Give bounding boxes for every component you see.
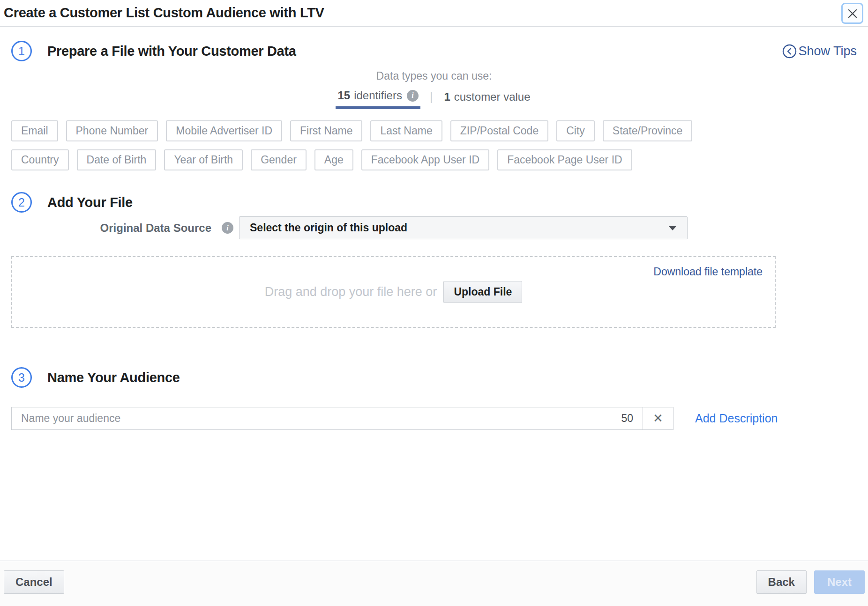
step-2-title: Add Your File [47, 195, 133, 210]
footer-right-buttons: Back Next [756, 570, 865, 594]
step-1-badge: 1 [11, 41, 32, 61]
data-types-section: Data types you can use: 15 identifiers i… [11, 70, 857, 109]
original-data-source-label-wrap: Original Data Source i [11, 222, 239, 235]
data-type-pill: Last Name [370, 120, 442, 141]
identifiers-label: identifiers [354, 89, 402, 102]
close-icon [847, 8, 858, 19]
dialog-body: 1 Prepare a File with Your Customer Data… [0, 41, 868, 430]
data-type-pill: City [556, 120, 595, 141]
show-tips-link[interactable]: Show Tips [782, 44, 857, 59]
show-tips-label: Show Tips [798, 44, 857, 59]
data-source-dropdown-value: Select the origin of this upload [250, 222, 407, 234]
dialog-title: Create a Customer List Custom Audience w… [4, 5, 324, 21]
step-3-header: 3 Name Your Audience [11, 367, 857, 388]
data-type-pill: Gender [251, 149, 307, 170]
upload-file-button[interactable]: Upload File [443, 281, 522, 303]
file-drop-zone[interactable]: Download file template Drag and drop you… [11, 256, 776, 328]
data-type-pill: Phone Number [66, 120, 158, 141]
tab-identifiers[interactable]: 15 identifiers i [336, 89, 420, 109]
original-data-source-row: Original Data Source i Select the origin… [11, 216, 857, 239]
data-type-pills-row-1: EmailPhone NumberMobile Advertiser IDFir… [11, 120, 857, 141]
data-type-pill: Year of Birth [164, 149, 243, 170]
audience-name-input[interactable] [12, 407, 616, 429]
dialog-footer: Cancel Back Next [0, 561, 868, 606]
add-description-link[interactable]: Add Description [695, 412, 778, 425]
data-type-pill: Date of Birth [77, 149, 157, 170]
customer-value-count: 1 [444, 90, 450, 103]
step-2-badge: 2 [11, 192, 32, 213]
info-icon[interactable]: i [407, 90, 419, 102]
cancel-button[interactable]: Cancel [4, 570, 64, 594]
data-source-dropdown[interactable]: Select the origin of this upload [239, 216, 688, 239]
close-button[interactable] [841, 3, 863, 24]
data-type-pill: First Name [290, 120, 362, 141]
customer-value-label: customer value [454, 90, 531, 103]
data-type-pill: Age [314, 149, 353, 170]
original-data-source-label: Original Data Source [100, 222, 211, 235]
step-1-title: Prepare a File with Your Customer Data [47, 44, 296, 59]
audience-name-row: 50 ✕ Add Description [11, 407, 857, 430]
back-button[interactable]: Back [756, 570, 807, 594]
caret-down-icon [668, 226, 677, 230]
info-icon[interactable]: i [222, 222, 233, 234]
data-type-pills-row-2: CountryDate of BirthYear of BirthGenderA… [11, 149, 857, 170]
data-types-heading: Data types you can use: [11, 70, 857, 82]
tab-divider: | [430, 89, 433, 109]
chevron-left-circle-icon [782, 44, 798, 59]
download-template-link[interactable]: Download file template [653, 266, 763, 278]
next-button[interactable]: Next [814, 570, 865, 594]
data-type-pill: ZIP/Postal Code [450, 120, 548, 141]
identifiers-count: 15 [337, 89, 350, 102]
step-3-title: Name Your Audience [47, 370, 180, 385]
data-type-pill: Facebook App User ID [361, 149, 489, 170]
step-3-badge: 3 [11, 367, 32, 388]
tab-customer-value[interactable]: 1 customer value [442, 89, 532, 109]
data-type-pill: Facebook Page User ID [497, 149, 632, 170]
data-type-pill: Email [11, 120, 58, 141]
clear-input-button[interactable]: ✕ [643, 407, 673, 429]
data-type-pill: State/Province [603, 120, 693, 141]
data-types-tabs: 15 identifiers i | 1 customer value [11, 89, 857, 109]
data-type-pill: Mobile Advertiser ID [166, 120, 282, 141]
data-type-pill: Country [11, 149, 69, 170]
char-counter: 50 [621, 412, 633, 425]
step-2-header: 2 Add Your File [11, 192, 857, 213]
dialog-header: Create a Customer List Custom Audience w… [0, 0, 868, 27]
step-1-header: 1 Prepare a File with Your Customer Data… [11, 41, 857, 61]
audience-name-input-wrap: 50 ✕ [11, 407, 673, 430]
clear-icon: ✕ [653, 411, 663, 426]
drop-zone-text: Drag and drop your file here or [265, 285, 437, 299]
